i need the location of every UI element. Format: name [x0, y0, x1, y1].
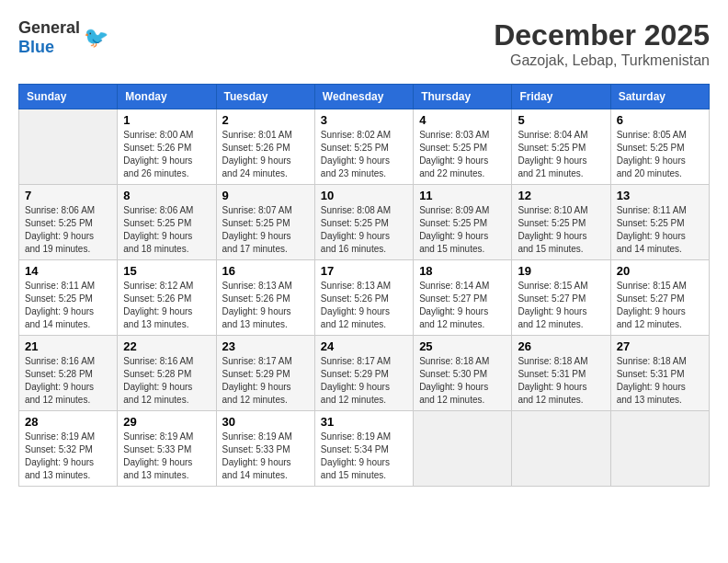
- day-info: Sunrise: 8:11 AMSunset: 5:25 PMDaylight:…: [25, 280, 111, 331]
- calendar-day-cell: 6Sunrise: 8:05 AMSunset: 5:25 PMDaylight…: [610, 109, 709, 185]
- calendar-day-cell: 25Sunrise: 8:18 AMSunset: 5:30 PMDayligh…: [414, 336, 512, 411]
- calendar-week-row: 14Sunrise: 8:11 AMSunset: 5:25 PMDayligh…: [19, 260, 710, 336]
- day-info: Sunrise: 8:10 AMSunset: 5:25 PMDaylight:…: [518, 204, 604, 256]
- calendar-week-row: 21Sunrise: 8:16 AMSunset: 5:28 PMDayligh…: [19, 336, 710, 411]
- day-info: Sunrise: 8:17 AMSunset: 5:29 PMDaylight:…: [222, 355, 309, 407]
- day-info: Sunrise: 8:08 AMSunset: 5:25 PMDaylight:…: [321, 204, 407, 256]
- calendar-day-cell: 17Sunrise: 8:13 AMSunset: 5:26 PMDayligh…: [314, 260, 413, 336]
- calendar-day-cell: 24Sunrise: 8:17 AMSunset: 5:29 PMDayligh…: [314, 336, 413, 411]
- day-info: Sunrise: 8:14 AMSunset: 5:27 PMDaylight:…: [419, 280, 506, 331]
- day-info: Sunrise: 8:19 AMSunset: 5:33 PMDaylight:…: [222, 431, 309, 482]
- day-info: Sunrise: 8:19 AMSunset: 5:34 PMDaylight:…: [321, 431, 407, 482]
- calendar-day-cell: 29Sunrise: 8:19 AMSunset: 5:33 PMDayligh…: [118, 411, 216, 487]
- calendar-header-cell: Tuesday: [216, 85, 314, 109]
- logo-general: General: [18, 18, 80, 37]
- calendar-day-cell: 19Sunrise: 8:15 AMSunset: 5:27 PMDayligh…: [512, 260, 610, 336]
- day-number: 11: [419, 189, 506, 202]
- day-info: Sunrise: 8:18 AMSunset: 5:30 PMDaylight:…: [419, 355, 506, 407]
- calendar-day-cell: 18Sunrise: 8:14 AMSunset: 5:27 PMDayligh…: [414, 260, 512, 336]
- day-info: Sunrise: 8:18 AMSunset: 5:31 PMDaylight:…: [518, 355, 604, 407]
- calendar-day-cell: 28Sunrise: 8:19 AMSunset: 5:32 PMDayligh…: [19, 411, 118, 487]
- calendar-day-cell: 14Sunrise: 8:11 AMSunset: 5:25 PMDayligh…: [19, 260, 118, 336]
- month-title: December 2025: [494, 18, 710, 52]
- day-info: Sunrise: 8:19 AMSunset: 5:33 PMDaylight:…: [123, 431, 210, 482]
- day-info: Sunrise: 8:19 AMSunset: 5:32 PMDaylight:…: [25, 431, 111, 482]
- logo-blue: Blue: [18, 38, 54, 56]
- calendar-day-cell: 11Sunrise: 8:09 AMSunset: 5:25 PMDayligh…: [414, 185, 512, 260]
- calendar-day-cell: 4Sunrise: 8:03 AMSunset: 5:25 PMDaylight…: [414, 109, 512, 185]
- day-info: Sunrise: 8:01 AMSunset: 5:26 PMDaylight:…: [222, 129, 309, 180]
- calendar-day-cell: 5Sunrise: 8:04 AMSunset: 5:25 PMDaylight…: [512, 109, 610, 185]
- day-number: 4: [419, 113, 506, 127]
- day-info: Sunrise: 8:05 AMSunset: 5:25 PMDaylight:…: [617, 129, 703, 180]
- day-number: 20: [617, 264, 703, 278]
- calendar-day-cell: 2Sunrise: 8:01 AMSunset: 5:26 PMDaylight…: [216, 109, 314, 185]
- calendar-day-cell: 8Sunrise: 8:06 AMSunset: 5:25 PMDaylight…: [118, 185, 216, 260]
- day-number: 19: [518, 264, 604, 278]
- title-area: December 2025 Gazojak, Lebap, Turkmenist…: [494, 18, 710, 69]
- day-number: 21: [25, 339, 111, 353]
- day-info: Sunrise: 8:16 AMSunset: 5:28 PMDaylight:…: [123, 355, 210, 407]
- calendar-day-cell: [414, 411, 512, 487]
- calendar-day-cell: 13Sunrise: 8:11 AMSunset: 5:25 PMDayligh…: [610, 185, 709, 260]
- day-number: 27: [617, 339, 703, 353]
- bird-icon: 🐦: [84, 26, 108, 50]
- day-number: 16: [222, 264, 309, 278]
- day-info: Sunrise: 8:03 AMSunset: 5:25 PMDaylight:…: [419, 129, 506, 180]
- calendar-week-row: 7Sunrise: 8:06 AMSunset: 5:25 PMDaylight…: [19, 185, 710, 260]
- day-number: 29: [123, 415, 210, 429]
- calendar-header-cell: Wednesday: [314, 85, 413, 109]
- day-number: 3: [321, 113, 407, 127]
- day-number: 31: [321, 415, 407, 429]
- day-number: 17: [321, 264, 407, 278]
- day-number: 13: [617, 189, 703, 202]
- calendar-body: 1Sunrise: 8:00 AMSunset: 5:26 PMDaylight…: [19, 109, 710, 487]
- day-info: Sunrise: 8:02 AMSunset: 5:25 PMDaylight:…: [321, 129, 407, 180]
- calendar-day-cell: 12Sunrise: 8:10 AMSunset: 5:25 PMDayligh…: [512, 185, 610, 260]
- day-number: 8: [123, 189, 210, 202]
- calendar-week-row: 1Sunrise: 8:00 AMSunset: 5:26 PMDaylight…: [19, 109, 710, 185]
- calendar-day-cell: 26Sunrise: 8:18 AMSunset: 5:31 PMDayligh…: [512, 336, 610, 411]
- day-number: 12: [518, 189, 604, 202]
- day-info: Sunrise: 8:15 AMSunset: 5:27 PMDaylight:…: [617, 280, 703, 331]
- day-number: 1: [123, 113, 210, 127]
- day-number: 28: [25, 415, 111, 429]
- day-number: 5: [518, 113, 604, 127]
- day-info: Sunrise: 8:16 AMSunset: 5:28 PMDaylight:…: [25, 355, 111, 407]
- calendar-day-cell: 22Sunrise: 8:16 AMSunset: 5:28 PMDayligh…: [118, 336, 216, 411]
- logo: General Blue 🐦: [18, 18, 108, 57]
- day-number: 10: [321, 189, 407, 202]
- day-number: 9: [222, 189, 309, 202]
- calendar-day-cell: 20Sunrise: 8:15 AMSunset: 5:27 PMDayligh…: [610, 260, 709, 336]
- calendar-day-cell: 15Sunrise: 8:12 AMSunset: 5:26 PMDayligh…: [118, 260, 216, 336]
- day-number: 24: [321, 339, 407, 353]
- day-number: 30: [222, 415, 309, 429]
- day-number: 23: [222, 339, 309, 353]
- day-number: 15: [123, 264, 210, 278]
- calendar-week-row: 28Sunrise: 8:19 AMSunset: 5:32 PMDayligh…: [19, 411, 710, 487]
- calendar-day-cell: [19, 109, 118, 185]
- calendar-header-cell: Thursday: [414, 85, 512, 109]
- calendar-day-cell: 21Sunrise: 8:16 AMSunset: 5:28 PMDayligh…: [19, 336, 118, 411]
- calendar-header-cell: Sunday: [19, 85, 118, 109]
- day-number: 26: [518, 339, 604, 353]
- day-info: Sunrise: 8:12 AMSunset: 5:26 PMDaylight:…: [123, 280, 210, 331]
- calendar-day-cell: 27Sunrise: 8:18 AMSunset: 5:31 PMDayligh…: [610, 336, 709, 411]
- calendar-day-cell: 30Sunrise: 8:19 AMSunset: 5:33 PMDayligh…: [216, 411, 314, 487]
- day-info: Sunrise: 8:17 AMSunset: 5:29 PMDaylight:…: [321, 355, 407, 407]
- day-info: Sunrise: 8:04 AMSunset: 5:25 PMDaylight:…: [518, 129, 604, 180]
- calendar-header-cell: Monday: [118, 85, 216, 109]
- day-info: Sunrise: 8:06 AMSunset: 5:25 PMDaylight:…: [25, 204, 111, 256]
- calendar-day-cell: 23Sunrise: 8:17 AMSunset: 5:29 PMDayligh…: [216, 336, 314, 411]
- day-info: Sunrise: 8:15 AMSunset: 5:27 PMDaylight:…: [518, 280, 604, 331]
- location-subtitle: Gazojak, Lebap, Turkmenistan: [494, 52, 710, 69]
- day-info: Sunrise: 8:18 AMSunset: 5:31 PMDaylight:…: [617, 355, 703, 407]
- calendar-table: SundayMondayTuesdayWednesdayThursdayFrid…: [18, 84, 710, 487]
- day-info: Sunrise: 8:13 AMSunset: 5:26 PMDaylight:…: [222, 280, 309, 331]
- calendar-header-cell: Friday: [512, 85, 610, 109]
- day-info: Sunrise: 8:13 AMSunset: 5:26 PMDaylight:…: [321, 280, 407, 331]
- day-info: Sunrise: 8:07 AMSunset: 5:25 PMDaylight:…: [222, 204, 309, 256]
- calendar-day-cell: 31Sunrise: 8:19 AMSunset: 5:34 PMDayligh…: [314, 411, 413, 487]
- calendar-day-cell: 1Sunrise: 8:00 AMSunset: 5:26 PMDaylight…: [118, 109, 216, 185]
- day-number: 22: [123, 339, 210, 353]
